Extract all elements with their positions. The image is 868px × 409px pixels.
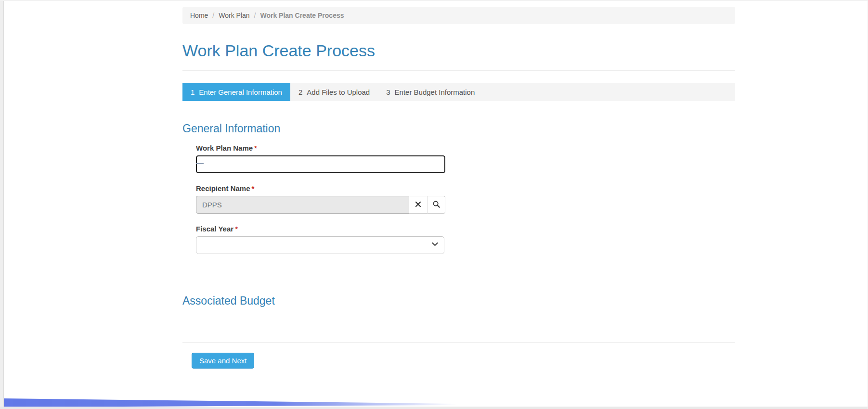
- breadcrumb-separator: /: [212, 12, 214, 19]
- page-title: Work Plan Create Process: [182, 41, 735, 60]
- label-text: Recipient Name: [196, 184, 250, 192]
- associated-budget-heading: Associated Budget: [182, 294, 735, 307]
- breadcrumb-separator: /: [254, 12, 256, 19]
- fiscal-year-select[interactable]: [196, 236, 444, 254]
- save-and-next-button[interactable]: Save and Next: [192, 353, 254, 369]
- step-label: Add Files to Upload: [307, 88, 370, 96]
- fiscal-year-field: Fiscal Year*: [196, 225, 735, 254]
- step-number: 3: [386, 88, 390, 96]
- work-plan-name-label: Work Plan Name*: [196, 144, 735, 152]
- x-icon: [415, 201, 421, 209]
- label-text: Work Plan Name: [196, 144, 253, 152]
- step-label: Enter Budget Information: [395, 88, 475, 96]
- step-number: 2: [298, 88, 302, 96]
- wizard-step-budget-information[interactable]: 3 Enter Budget Information: [378, 83, 483, 101]
- general-information-form: Work Plan Name* Recipient Name*: [182, 144, 735, 254]
- bottom-edge-band: [0, 407, 868, 409]
- breadcrumb-current: Work Plan Create Process: [260, 12, 344, 19]
- wizard-steps: 1 Enter General Information 2 Add Files …: [182, 83, 735, 101]
- form-divider: [182, 342, 735, 343]
- recipient-name-label: Recipient Name*: [196, 184, 735, 192]
- clear-recipient-button[interactable]: [409, 196, 428, 214]
- main-content: Home / Work Plan / Work Plan Create Proc…: [182, 1, 735, 369]
- title-divider: [182, 70, 735, 71]
- breadcrumb: Home / Work Plan / Work Plan Create Proc…: [182, 7, 735, 24]
- label-text: Fiscal Year: [196, 225, 233, 233]
- required-asterisk: *: [254, 144, 257, 152]
- recipient-name-input: [196, 196, 409, 214]
- step-label: Enter General Information: [199, 88, 282, 96]
- magnifier-icon: [432, 200, 440, 210]
- breadcrumb-work-plan[interactable]: Work Plan: [219, 12, 249, 19]
- work-plan-name-field: Work Plan Name*: [196, 144, 735, 173]
- breadcrumb-home[interactable]: Home: [190, 12, 208, 19]
- search-recipient-button[interactable]: [427, 196, 445, 214]
- required-asterisk: *: [235, 225, 238, 233]
- wizard-step-add-files[interactable]: 2 Add Files to Upload: [290, 83, 378, 101]
- chevron-down-icon: [431, 240, 439, 250]
- page-left-edge: [0, 1, 4, 409]
- fiscal-year-label: Fiscal Year*: [196, 225, 735, 233]
- general-information-heading: General Information: [182, 122, 735, 135]
- decorative-wedge: [4, 398, 466, 408]
- wizard-step-general-information[interactable]: 1 Enter General Information: [182, 83, 290, 101]
- step-number: 1: [191, 88, 194, 96]
- required-asterisk: *: [252, 184, 255, 192]
- work-plan-name-input[interactable]: [196, 155, 445, 173]
- recipient-name-field: Recipient Name*: [196, 184, 735, 214]
